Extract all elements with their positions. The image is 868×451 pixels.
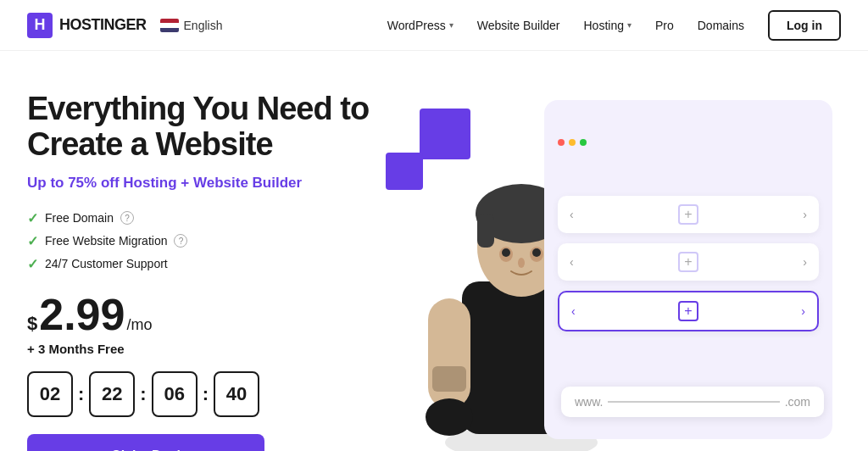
panel-dot-yellow bbox=[569, 139, 576, 146]
price-per-month: /mo bbox=[126, 316, 152, 334]
countdown-seconds: 06 bbox=[152, 371, 198, 417]
claim-deal-button[interactable]: Claim Deal bbox=[27, 434, 264, 451]
right-arrow-icon: › bbox=[803, 255, 807, 269]
feature-label: Free Website Migration bbox=[45, 234, 167, 248]
left-arrow-icon: ‹ bbox=[570, 208, 574, 221]
panel-dot-green bbox=[580, 139, 587, 146]
check-icon: ✓ bbox=[27, 256, 38, 272]
price-row: $ 2.99 /mo bbox=[27, 292, 369, 337]
hero-subtitle: Up to 75% off Hosting + Website Builder bbox=[27, 175, 369, 192]
subtitle-prefix: Up to bbox=[27, 175, 68, 191]
logo-area: H HOSTINGER English bbox=[27, 13, 222, 38]
hero-illustration: ‹ + › ‹ + › ‹ + › ↖ www. bbox=[369, 92, 841, 451]
panel-row-2: ‹ + › bbox=[558, 243, 819, 281]
countdown-hours: 02 bbox=[27, 371, 73, 417]
svg-point-9 bbox=[426, 398, 473, 436]
left-arrow-icon: ‹ bbox=[571, 304, 576, 318]
countdown-timer: 02 : 22 : 06 : 40 bbox=[27, 371, 369, 417]
svg-rect-4 bbox=[477, 214, 494, 248]
logo-h-icon: H bbox=[27, 13, 53, 38]
svg-rect-8 bbox=[432, 366, 466, 392]
language-label: English bbox=[184, 19, 223, 32]
check-icon: ✓ bbox=[27, 233, 38, 249]
nav-pro[interactable]: Pro bbox=[655, 19, 674, 32]
plus-icon: + bbox=[678, 252, 698, 272]
countdown-ms: 40 bbox=[214, 371, 259, 417]
time-separator: : bbox=[140, 383, 146, 405]
svg-point-15 bbox=[518, 258, 525, 268]
nav-wordpress[interactable]: WordPress ▾ bbox=[387, 19, 453, 32]
feature-free-domain: ✓ Free Domain ? bbox=[27, 210, 369, 226]
panel-rows: ‹ + › ‹ + › ‹ + › bbox=[558, 196, 819, 331]
logo-name: HOSTINGER bbox=[59, 16, 147, 34]
svg-point-13 bbox=[502, 248, 510, 257]
url-www-label: www. bbox=[575, 395, 603, 409]
time-separator: : bbox=[203, 383, 209, 405]
nav-links: WordPress ▾ Website Builder Hosting ▾ Pr… bbox=[387, 10, 841, 41]
price-bonus: + 3 Months Free bbox=[27, 342, 369, 356]
chevron-down-icon: ▾ bbox=[627, 20, 632, 30]
hero-left: Everything You Need toCreate a Website U… bbox=[27, 92, 369, 451]
help-icon[interactable]: ? bbox=[120, 211, 134, 225]
feature-migration: ✓ Free Website Migration ? bbox=[27, 233, 369, 249]
url-underline bbox=[608, 401, 779, 403]
hero-section: Everything You Need toCreate a Website U… bbox=[0, 51, 868, 451]
chevron-down-icon: ▾ bbox=[449, 20, 453, 30]
countdown-minutes: 22 bbox=[89, 371, 135, 417]
language-selector[interactable]: English bbox=[160, 19, 223, 32]
logo-mark[interactable]: H HOSTINGER bbox=[27, 13, 147, 38]
nav-website-builder[interactable]: Website Builder bbox=[477, 19, 560, 32]
flag-icon bbox=[160, 19, 179, 32]
plus-icon: + bbox=[678, 301, 698, 321]
login-button[interactable]: Log in bbox=[768, 10, 841, 41]
feature-label: Free Domain bbox=[45, 211, 114, 225]
nav-domains[interactable]: Domains bbox=[698, 19, 744, 32]
hero-title: Everything You Need toCreate a Website bbox=[27, 92, 369, 163]
nav-hosting[interactable]: Hosting ▾ bbox=[583, 19, 631, 32]
check-icon: ✓ bbox=[27, 210, 38, 226]
price-main: 2.99 bbox=[39, 292, 125, 337]
price-area: $ 2.99 /mo bbox=[27, 292, 369, 337]
features-list: ✓ Free Domain ? ✓ Free Website Migration… bbox=[27, 210, 369, 272]
left-arrow-icon: ‹ bbox=[570, 255, 574, 269]
svg-point-14 bbox=[532, 248, 541, 257]
panel-dots bbox=[558, 139, 587, 146]
time-separator: : bbox=[78, 383, 84, 405]
right-arrow-icon: › bbox=[801, 304, 805, 318]
price-dollar: $ bbox=[27, 313, 37, 335]
help-icon[interactable]: ? bbox=[174, 234, 187, 248]
svg-rect-6 bbox=[428, 298, 470, 409]
right-arrow-icon: › bbox=[803, 208, 807, 221]
feature-support: ✓ 24/7 Customer Support bbox=[27, 256, 369, 272]
panel-row-3: ‹ + › bbox=[558, 291, 819, 331]
url-bar: www. .com bbox=[561, 387, 824, 417]
url-com-label: .com bbox=[785, 395, 810, 409]
navbar: H HOSTINGER English WordPress ▾ Website … bbox=[0, 0, 868, 51]
panel-dot-red bbox=[558, 139, 565, 146]
panel-row-1: ‹ + › bbox=[558, 196, 819, 233]
subtitle-highlight: 75% bbox=[68, 175, 97, 191]
feature-label: 24/7 Customer Support bbox=[45, 257, 168, 270]
plus-icon: + bbox=[678, 204, 698, 225]
subtitle-suffix: off Hosting + Website Builder bbox=[97, 175, 302, 191]
